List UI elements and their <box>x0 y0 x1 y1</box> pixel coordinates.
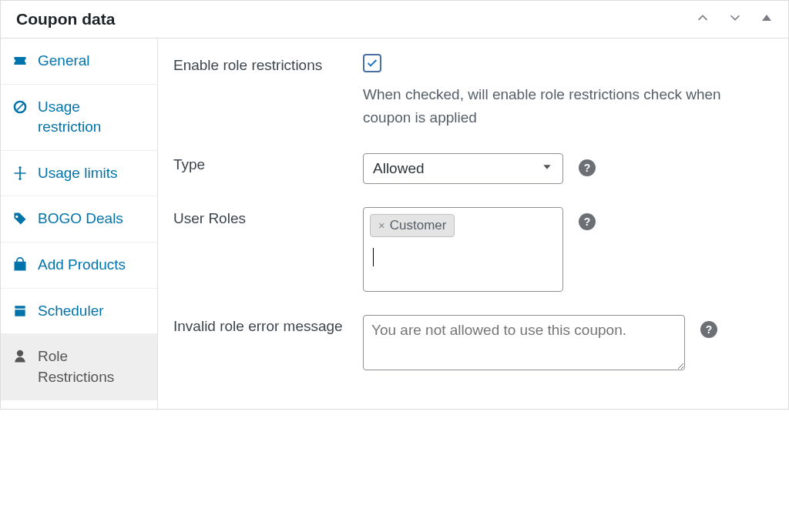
sidebar-item-add-products[interactable]: Add Products <box>1 243 157 289</box>
type-label: Type <box>173 153 363 173</box>
move-down-icon[interactable] <box>728 11 742 28</box>
user-role-tag[interactable]: × Customer <box>370 214 455 237</box>
type-help-icon[interactable]: ? <box>579 159 596 176</box>
sidebar-item-usage-limits[interactable]: Usage limits <box>1 151 157 197</box>
tags-icon <box>12 210 29 227</box>
user-roles-label: User Roles <box>173 207 363 227</box>
sidebar-item-label: Role Restrictions <box>38 346 146 387</box>
calendar-icon <box>12 303 29 320</box>
sidebar-item-usage-restriction[interactable]: Usage restriction <box>1 85 157 151</box>
type-select[interactable]: Allowed <box>363 153 563 184</box>
coupon-data-header: Coupon data <box>1 1 788 38</box>
sidebar-item-label: Scheduler <box>38 301 104 322</box>
sidebar-item-label: Usage restriction <box>38 97 146 138</box>
text-cursor <box>373 248 374 266</box>
error-message-label: Invalid role error message <box>173 315 363 335</box>
sidebar-item-label: Usage limits <box>38 163 117 184</box>
move-up-icon[interactable] <box>696 11 710 28</box>
ban-icon <box>12 99 29 115</box>
shopping-bag-icon <box>12 256 29 273</box>
remove-tag-icon[interactable]: × <box>378 219 385 232</box>
sidebar-item-label: Add Products <box>38 255 126 276</box>
sidebar-item-label: BOGO Deals <box>38 209 123 229</box>
user-icon <box>12 348 29 365</box>
tag-label: Customer <box>390 218 447 233</box>
sidebar-item-bogo-deals[interactable]: BOGO Deals <box>1 196 157 243</box>
enable-role-checkbox[interactable] <box>363 54 381 72</box>
error-help-icon[interactable]: ? <box>700 321 717 338</box>
type-select-value: Allowed <box>373 160 425 177</box>
toggle-panel-icon[interactable] <box>760 12 773 28</box>
sidebar-item-label: General <box>38 51 90 72</box>
sidebar-item-general[interactable]: General <box>1 38 157 85</box>
enable-role-label: Enable role restrictions <box>173 54 363 74</box>
sidebar-item-role-restrictions[interactable]: Role Restrictions <box>1 334 157 400</box>
user-roles-multiselect[interactable]: × Customer <box>363 207 563 292</box>
roles-help-icon[interactable]: ? <box>579 213 596 230</box>
coupon-tabs-sidebar: General Usage restriction Usage limits B… <box>1 38 158 409</box>
chevron-down-icon <box>541 160 553 177</box>
error-message-textarea[interactable] <box>363 315 685 370</box>
panel-title: Coupon data <box>16 10 115 28</box>
limits-icon <box>12 165 29 182</box>
enable-role-help-text: When checked, will enable role restricti… <box>363 83 731 130</box>
sidebar-item-scheduler[interactable]: Scheduler <box>1 289 157 335</box>
ticket-icon <box>12 52 29 69</box>
role-restrictions-panel: Enable role restrictions When checked, w… <box>158 38 788 409</box>
